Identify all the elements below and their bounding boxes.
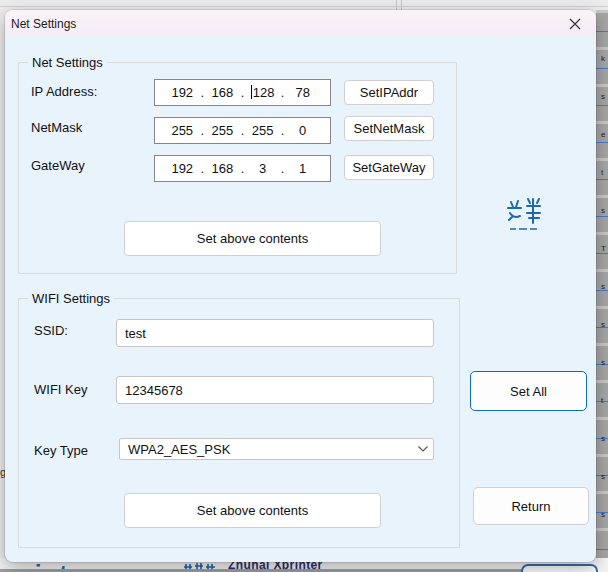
net-settings-dialog: Net Settings Net Settings IP Address: 19… [5,10,596,562]
ip-address-label: IP Address: [31,84,97,99]
set-ipaddr-button[interactable]: SetIPAddr [344,80,434,105]
ip-octet: 255 [164,123,201,138]
net-settings-group-label: Net Settings [28,55,107,70]
ssid-label: SSID: [34,323,68,338]
close-icon [569,18,581,30]
background-right-strip: ksetsTssstsss [596,10,608,572]
ip-octet: 192 [164,161,201,176]
background-text-fragment: s [601,207,605,215]
background-text-fragment: t [601,169,603,177]
background-text-fragment: s [601,511,605,519]
key-type-label: Key Type [34,443,88,458]
background-text-fragment: s [601,283,605,291]
ip-octet-text: 128 [253,85,275,100]
net-settings-group: Net Settings IP Address: 192 . 168 . 128… [18,62,457,274]
netmask-label: NetMask [31,120,82,135]
set-netmask-button[interactable]: SetNetMask [344,116,434,141]
gateway-label: GateWay [31,158,85,173]
ip-octet: 128 [244,85,281,100]
ip-address-input[interactable]: 192 . 168 . 128 . 78 [154,79,331,106]
chevron-down-icon [417,445,429,453]
dialog-body: Net Settings IP Address: 192 . 168 . 128… [5,38,596,562]
background-text-fragment: t [601,397,603,405]
background-divider [396,0,397,10]
netmask-input[interactable]: 255 . 255 . 255 . 0 [154,117,331,144]
background-divider [0,6,608,7]
background-top-strip [0,0,608,10]
return-button[interactable]: Return [473,487,589,525]
ip-octet: 3 [244,161,281,176]
key-type-dropdown[interactable]: WPA2_AES_PSK [119,438,434,460]
background-text-fragment: s [601,93,605,101]
brand-watermark-cjk-icon [506,196,542,236]
ip-octet: 168 [204,85,241,100]
wifi-key-input[interactable] [116,376,434,404]
dialog-titlebar[interactable]: Net Settings [5,10,596,38]
screen: ksetsTssstsss g printer Zhuhai Xprinter … [0,0,608,572]
gateway-input[interactable]: 192 . 168 . 3 . 1 [154,155,331,182]
key-type-selected-value: WPA2_AES_PSK [128,442,417,457]
background-divider [401,0,402,10]
ip-octet: 0 [284,123,321,138]
ip-octet: 168 [204,161,241,176]
set-all-button[interactable]: Set All [470,371,587,411]
background-text-fragment: s [601,473,605,481]
close-button[interactable] [556,10,594,38]
wifi-set-above-contents-button[interactable]: Set above contents [124,493,381,528]
background-text-fragment: s [601,321,605,329]
background-text-fragment: k [601,55,605,63]
wifi-settings-group: WIFI Settings SSID: WIFI Key Key Type WP… [18,298,460,548]
background-text-fragment: s [601,359,605,367]
ip-octet: 1 [284,161,321,176]
text-cursor [251,85,252,99]
background-button-fragment [521,564,598,572]
background-text-fragment: T [601,245,606,253]
ip-octet: 78 [284,85,321,100]
ssid-input[interactable] [116,319,434,347]
wifi-settings-group-label: WIFI Settings [28,291,114,306]
ip-octet: 255 [244,123,281,138]
ip-octet: 255 [204,123,241,138]
background-text-fragment: e [601,131,605,139]
set-gateway-button[interactable]: SetGateWay [344,155,434,180]
background-text-fragment: s [601,435,605,443]
dialog-title: Net Settings [11,17,76,31]
net-set-above-contents-button[interactable]: Set above contents [124,221,381,256]
brand-watermark [506,196,542,236]
wifi-key-label: WIFI Key [34,382,87,397]
ip-octet: 192 [164,85,201,100]
